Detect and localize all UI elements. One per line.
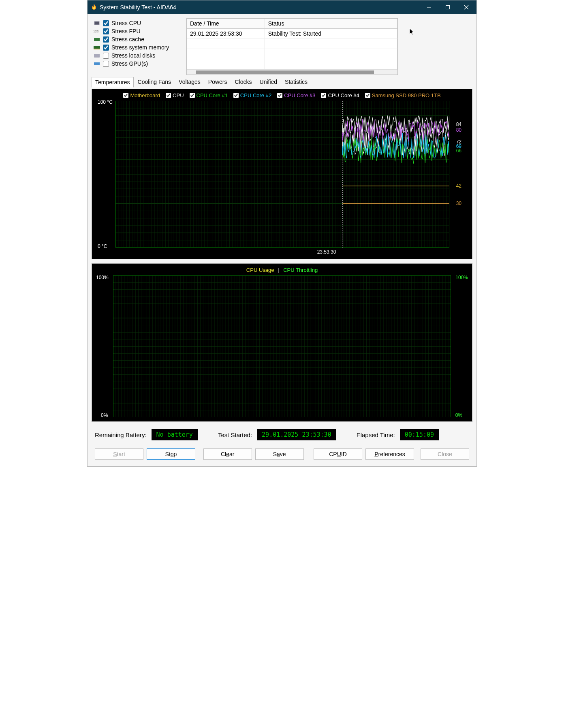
legend-check[interactable] (321, 93, 326, 98)
close-app-button[interactable]: Close (421, 448, 469, 460)
y2-left-top: 100% (96, 275, 109, 280)
stress-check-gpu[interactable] (103, 61, 109, 67)
stress-check-cpu[interactable] (103, 20, 109, 26)
legend-label: CPU Core #2 (240, 92, 271, 98)
svg-rect-4 (94, 21, 99, 25)
status-bar: Remaining Battery: No battery Test Start… (88, 423, 476, 446)
legend-item[interactable]: CPU Core #4 (321, 92, 359, 98)
y-min-label: 0 °C (98, 243, 107, 249)
stress-row-cache: Stress cache (93, 36, 178, 43)
tab-temperatures[interactable]: Temperatures (92, 77, 134, 88)
legend-label: CPU Core #1 (197, 92, 228, 98)
title-bar[interactable]: System Stability Test - AIDA64 (88, 0, 476, 14)
stress-label: Stress local disks (111, 52, 155, 59)
y-max-label: 100 °C (98, 99, 113, 105)
window-title: System Stability Test - AIDA64 (100, 4, 420, 11)
value-label: 80 (456, 127, 461, 133)
tab-statistics[interactable]: Statistics (281, 77, 311, 87)
stress-row-disk: Stress local disks (93, 52, 178, 59)
cache-icon (93, 36, 100, 42)
tab-clocks[interactable]: Clocks (231, 77, 256, 87)
legend-check[interactable] (365, 93, 370, 98)
legend-item[interactable]: CPU Core #3 (277, 92, 315, 98)
elapsed-value: 00:15:09 (400, 429, 439, 440)
cpuid-button[interactable]: CPUID (314, 448, 362, 460)
clear-button[interactable]: Clear (203, 448, 252, 460)
legend-item[interactable]: CPU (166, 92, 184, 98)
log-row: 29.01.2025 23:53:30 Stability Test: Star… (187, 29, 397, 39)
maximize-button[interactable] (438, 0, 457, 14)
log-header-status[interactable]: Status (265, 19, 397, 29)
svg-rect-10 (94, 62, 100, 65)
legend-check[interactable] (277, 93, 282, 98)
log-date: 29.01.2025 23:53:30 (187, 29, 265, 39)
legend-label: CPU Core #4 (328, 92, 359, 98)
minimize-button[interactable] (420, 0, 438, 14)
value-label: 84 (456, 122, 461, 127)
stress-label: Stress GPU(s) (111, 60, 148, 67)
stop-button[interactable]: Stop (147, 448, 195, 460)
legend-label: Samsung SSD 980 PRO 1TB (372, 92, 441, 98)
battery-value: No battery (152, 429, 198, 440)
x-marker-label: 23:53:30 (184, 249, 470, 255)
close-button[interactable] (457, 0, 476, 14)
usage-plot-canvas (113, 275, 451, 417)
stress-row-ram: Stress system memory (93, 44, 178, 51)
button-bar: Start Stop Clear Save CPUID Preferences … (88, 446, 476, 466)
stress-row-gpu: Stress GPU(s) (93, 60, 178, 67)
value-label: 42 (456, 183, 461, 189)
tab-cooling-fans[interactable]: Cooling Fans (134, 77, 175, 87)
tab-unified[interactable]: Unified (256, 77, 281, 87)
stress-check-ram[interactable] (103, 45, 109, 51)
disk-icon (93, 53, 100, 58)
stress-row-cpu: Stress CPU (93, 20, 178, 26)
start-button[interactable]: Start (95, 448, 143, 460)
event-log: Date / Time Status 29.01.2025 23:53:30 S… (186, 18, 398, 75)
legend-sep: | (276, 267, 282, 273)
legend-label: CPU (173, 92, 184, 98)
stress-check-cache[interactable] (103, 36, 109, 43)
ram-icon (93, 45, 100, 50)
preferences-button[interactable]: Preferences (365, 448, 414, 460)
started-value: 29.01.2025 23:53:30 (257, 429, 336, 440)
usage-chart: CPU Usage | CPU Throttling 100% 0% 100% … (92, 263, 472, 422)
cursor-icon (409, 28, 416, 36)
app-window: System Stability Test - AIDA64 Stress CP… (87, 0, 477, 467)
value-label: 30 (456, 201, 461, 206)
started-label: Test Started: (218, 431, 252, 438)
legend-check[interactable] (233, 93, 239, 98)
chart-tabs: TemperaturesCooling FansVoltagesPowersCl… (88, 77, 476, 87)
log-status: Stability Test: Started (265, 29, 397, 39)
legend-label: Motherboard (130, 92, 160, 98)
legend-item[interactable]: CPU Core #2 (233, 92, 271, 98)
app-icon (91, 4, 97, 11)
temp-plot-canvas (115, 101, 449, 248)
battery-label: Remaining Battery: (95, 431, 147, 438)
legend-cpu-throttling: CPU Throttling (283, 267, 318, 273)
stress-check-fpu[interactable] (103, 28, 109, 34)
legend-item[interactable]: Motherboard (123, 92, 160, 98)
save-button[interactable]: Save (255, 448, 304, 460)
legend-check[interactable] (190, 93, 195, 98)
legend-item[interactable]: CPU Core #1 (190, 92, 228, 98)
stress-check-disk[interactable] (103, 53, 109, 59)
legend-label: CPU Core #3 (284, 92, 315, 98)
legend-check[interactable] (123, 93, 128, 98)
legend-cpu-usage: CPU Usage (246, 267, 274, 273)
stress-label: Stress system memory (111, 44, 169, 51)
stress-label: Stress FPU (111, 28, 141, 34)
svg-rect-1 (446, 6, 450, 9)
svg-rect-6 (94, 38, 100, 41)
stress-label: Stress CPU (111, 20, 141, 26)
log-header-date[interactable]: Date / Time (187, 19, 265, 29)
svg-rect-8 (94, 49, 100, 49)
log-scrollbar[interactable] (187, 69, 397, 75)
fpu-icon: 123 (93, 28, 100, 34)
tab-powers[interactable]: Powers (205, 77, 231, 87)
legend-check[interactable] (166, 93, 171, 98)
svg-rect-7 (94, 46, 100, 49)
value-label: 72 (456, 139, 461, 145)
tab-voltages[interactable]: Voltages (175, 77, 204, 87)
elapsed-label: Elapsed Time: (357, 431, 395, 438)
legend-item[interactable]: Samsung SSD 980 PRO 1TB (365, 92, 441, 98)
